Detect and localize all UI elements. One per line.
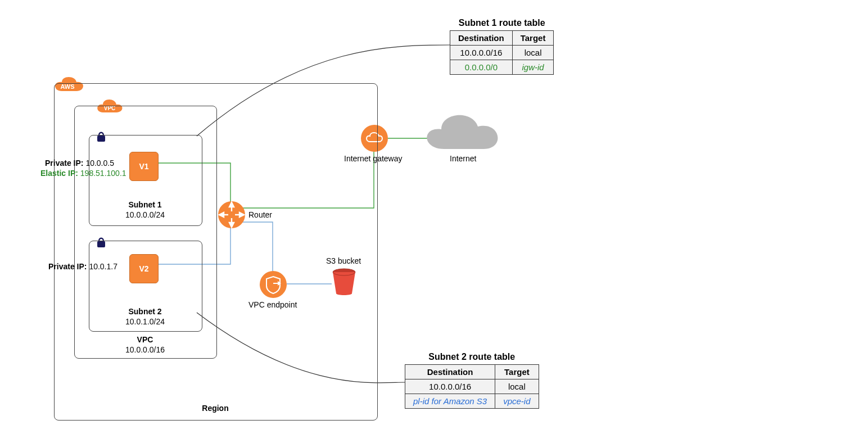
subnet1-title: Subnet 1 xyxy=(89,200,201,209)
v2-private-ip: Private IP: 10.0.1.7 xyxy=(48,262,117,271)
region-label: Region xyxy=(54,404,377,413)
route-table-2: Subnet 2 route table Destination Target … xyxy=(405,352,539,409)
vpc-cidr: 10.0.0.0/16 xyxy=(74,345,216,354)
rt2-h-dest: Destination xyxy=(405,365,495,379)
v1-elastic-ip: Elastic IP: 198.51.100.1 xyxy=(40,169,126,178)
table-row: 0.0.0.0/0 igw-id xyxy=(450,60,554,75)
route-table-2-caption: Subnet 2 route table xyxy=(405,352,539,364)
v1-private-ip: Private IP: 10.0.0.5 xyxy=(45,159,114,168)
igw-label: Internet gateway xyxy=(344,154,403,163)
instance-v2: V2 xyxy=(129,254,159,283)
route-table-1: Subnet 1 route table Destination Target … xyxy=(450,18,554,75)
table-header-row: Destination Target xyxy=(450,31,554,46)
subnet2-cidr: 10.0.1.0/24 xyxy=(89,317,201,326)
internet-label: Internet xyxy=(450,154,476,163)
vpc-title: VPC xyxy=(74,335,216,344)
internet-cloud-icon xyxy=(427,115,498,149)
rt2-h-target: Target xyxy=(495,365,539,379)
route-table-1-caption: Subnet 1 route table xyxy=(450,18,554,30)
table-row: pl-id for Amazon S3 vpce-id xyxy=(405,394,539,409)
subnet1-cidr: 10.0.0.0/24 xyxy=(89,210,201,219)
rt1-h-dest: Destination xyxy=(450,31,513,46)
table-row: 10.0.0.0/16 local xyxy=(450,46,554,60)
router-label: Router xyxy=(248,210,272,219)
s3-label: S3 bucket xyxy=(326,256,361,265)
instance-v1: V1 xyxy=(129,152,159,181)
table-row: 10.0.0.0/16 local xyxy=(405,379,539,394)
table-header-row: Destination Target xyxy=(405,365,539,379)
rt1-h-target: Target xyxy=(512,31,554,46)
vpce-label: VPC endpoint xyxy=(248,300,297,309)
subnet2-title: Subnet 2 xyxy=(89,307,201,316)
